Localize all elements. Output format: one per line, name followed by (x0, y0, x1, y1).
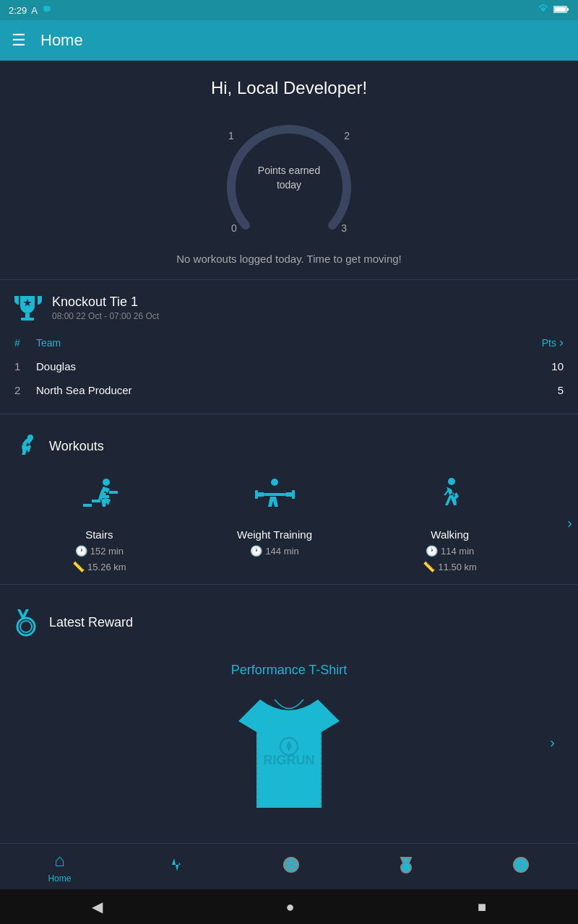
reward-header: Latest Reward (12, 608, 566, 637)
svg-rect-17 (255, 490, 258, 499)
svg-point-19 (448, 478, 455, 485)
stairs-time: 🕐 152 min (75, 545, 124, 557)
nav-home[interactable]: ⌂ Home (48, 850, 71, 884)
rank-header: # (12, 331, 33, 354)
home-button[interactable]: ● (285, 899, 294, 915)
stairs-icon (73, 472, 125, 524)
pts-2: 5 (452, 378, 566, 402)
nav-info[interactable] (512, 855, 530, 879)
svg-rect-18 (292, 490, 295, 499)
walking-distance: 📏 11.50 km (423, 561, 476, 572)
svg-rect-0 (43, 6, 50, 11)
tshirt-container: RIGRUN (12, 692, 566, 822)
home-icon: ⌂ (54, 850, 65, 871)
reward-chevron[interactable]: › (550, 734, 555, 751)
dial-wrapper: 1 2 0 3 Points earned today (224, 117, 354, 240)
competition-name: Knockout Tie 1 (52, 295, 159, 310)
reward-row[interactable]: Performance T-Shirt RIGRUN (12, 648, 566, 837)
info-icon (512, 855, 530, 879)
svg-rect-15 (285, 492, 293, 497)
status-right (538, 4, 569, 17)
back-button[interactable]: ◀ (92, 898, 103, 915)
clock-icon-3: 🕐 (426, 545, 438, 557)
battery-icon (553, 5, 569, 16)
stairs-distance: 📏 15.26 km (72, 561, 126, 572)
workouts-header: Workouts (12, 432, 566, 461)
walking-time: 🕐 114 min (426, 545, 474, 557)
svg-point-32 (520, 860, 522, 862)
team-2: North Sea Producer (33, 378, 452, 402)
team-1: Douglas (33, 354, 452, 378)
clock-icon-2: 🕐 (250, 545, 262, 557)
status-left: 2:29 A (9, 4, 52, 17)
award-icon (397, 855, 415, 879)
team-header: Team (33, 331, 452, 354)
status-icon-a: A (31, 5, 38, 16)
workout-walking[interactable]: Walking 🕐 114 min 📏 11.50 km (362, 472, 538, 572)
svg-rect-5 (21, 318, 34, 321)
target-icon (282, 855, 301, 879)
svg-rect-11 (100, 495, 109, 498)
dial-label-2: 2 (344, 130, 350, 141)
workout-stairs[interactable]: Stairs 🕐 152 min 📏 15.26 km (12, 472, 187, 572)
weight-training-time: 🕐 144 min (250, 545, 298, 557)
bottom-nav: ⌂ Home (0, 843, 578, 889)
nav-target[interactable] (282, 855, 301, 879)
workouts-title: Workouts (49, 439, 104, 454)
svg-point-29 (401, 863, 411, 873)
trophy-icon (12, 292, 43, 323)
nav-home-label: Home (48, 873, 71, 884)
workouts-icon (12, 432, 40, 461)
clock-icon: 🕐 (75, 545, 87, 557)
leaderboard-table: # Team Pts › 1 Douglas 10 (12, 331, 566, 402)
wifi-icon (538, 4, 549, 17)
competition-info: Knockout Tie 1 08:00 22 Oct - 07:00 26 O… (52, 295, 159, 321)
nav-activity[interactable] (167, 855, 186, 879)
svg-point-13 (271, 479, 278, 486)
workouts-list: Stairs 🕐 152 min 📏 15.26 km (12, 472, 538, 572)
walking-icon (424, 472, 476, 524)
weight-training-icon (249, 472, 301, 524)
notification-icon (42, 4, 52, 17)
reward-icon (12, 608, 40, 637)
leaderboard-chevron[interactable]: › (559, 335, 564, 350)
recents-button[interactable]: ■ (478, 899, 486, 915)
competition-section: Knockout Tie 1 08:00 22 Oct - 07:00 26 O… (0, 280, 578, 402)
greeting-text: Hi, Local Developer! (12, 78, 566, 98)
greeting-section: Hi, Local Developer! (0, 61, 578, 110)
hamburger-icon[interactable]: ☰ (12, 31, 26, 50)
svg-rect-14 (257, 492, 264, 497)
dial-label-0: 0 (231, 222, 237, 234)
reward-content: Performance T-Shirt RIGRUN (12, 648, 566, 837)
svg-rect-12 (109, 491, 118, 494)
svg-rect-10 (92, 500, 100, 502)
stairs-name: Stairs (85, 528, 113, 541)
pts-1: 10 (452, 354, 566, 378)
ruler-icon-2: 📏 (423, 561, 435, 572)
rank-2: 2 (12, 378, 33, 402)
svg-rect-2 (567, 8, 569, 10)
reward-title: Latest Reward (49, 615, 133, 630)
table-row: 2 North Sea Producer 5 (12, 378, 566, 402)
workouts-section: Workouts (0, 420, 578, 572)
nav-award[interactable] (397, 855, 415, 879)
workout-weight-training[interactable]: Weight Training 🕐 144 min (187, 472, 363, 557)
status-time: 2:29 (9, 5, 27, 16)
workouts-chevron[interactable]: › (567, 514, 572, 531)
app-title: Home (40, 31, 83, 50)
dial-center-text: Points earned today (253, 164, 325, 192)
svg-rect-9 (83, 504, 92, 507)
main-content: Hi, Local Developer! 1 2 0 3 Points earn… (0, 61, 578, 924)
svg-rect-16 (264, 493, 285, 496)
no-workouts-message: No workouts logged today. Time to get mo… (0, 247, 578, 279)
competition-header: Knockout Tie 1 08:00 22 Oct - 07:00 26 O… (12, 292, 566, 323)
pts-header-cell: Pts › (452, 331, 566, 354)
rank-1: 1 (12, 354, 33, 378)
divider-2 (0, 414, 578, 414)
competition-dates: 08:00 22 Oct - 07:00 26 Oct (52, 311, 159, 321)
weight-training-name: Weight Training (237, 528, 312, 541)
svg-point-8 (103, 479, 110, 486)
ruler-icon: 📏 (72, 561, 85, 572)
svg-rect-3 (554, 7, 566, 12)
reward-item-name: Performance T-Shirt (12, 663, 566, 678)
